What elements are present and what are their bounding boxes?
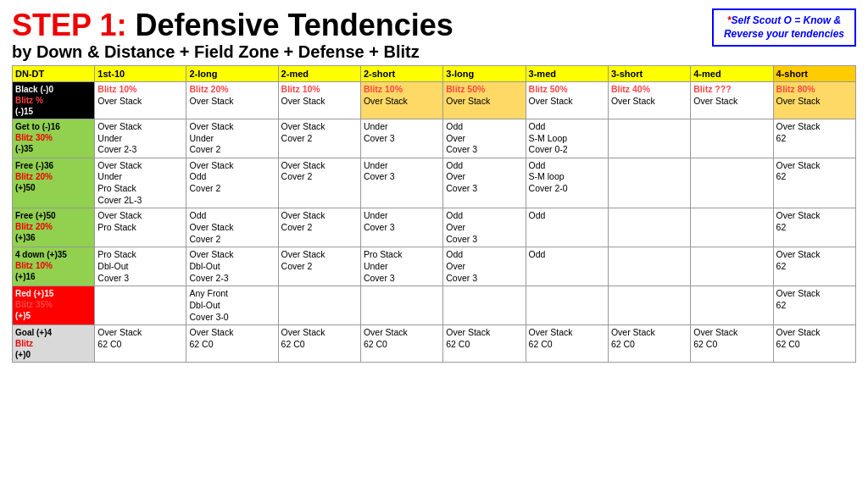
data-cell: Over Stack62 [773, 158, 855, 208]
data-cell: Over Stack62 C0 [95, 325, 186, 363]
table-row: Black (-)0Blitz %(-)15Blitz 10%Over Stac… [13, 81, 856, 119]
data-cell: Over Stack62 C0 [773, 325, 855, 363]
data-cell: Blitz 10%Over Stack [360, 81, 442, 119]
data-cell [691, 208, 773, 247]
data-cell [691, 286, 773, 325]
data-cell: OddOverCover 3 [443, 247, 526, 286]
row-label-cell: 4 down (+)35Blitz 10%(+)16 [13, 247, 95, 286]
data-cell: Over Stack62 [773, 247, 855, 286]
table-row: 4 down (+)35Blitz 10%(+)16Pro StackDbl-O… [13, 247, 856, 286]
data-cell: Blitz 80%Over Stack [773, 81, 855, 119]
data-cell: Blitz 50%Over Stack [526, 81, 608, 119]
col-4short: 4-short [773, 65, 855, 81]
data-cell: Over StackPro Stack [95, 208, 186, 247]
col-3long: 3-long [443, 65, 526, 81]
data-cell: OddOverCover 3 [443, 119, 526, 158]
row-label-cell: Black (-)0Blitz %(-)15 [13, 81, 95, 119]
data-cell: Over StackUnderCover 2-3 [95, 119, 186, 158]
col-3med: 3-med [526, 65, 608, 81]
page: STEP 1: Defensive Tendencies by Down & D… [0, 0, 868, 488]
data-cell: OddS-M LoopCover 0-2 [526, 119, 608, 158]
data-cell: UnderCover 3 [360, 158, 442, 208]
data-cell: Over Stack62 C0 [186, 325, 278, 363]
data-cell: Over StackUnderCover 2 [186, 119, 278, 158]
data-cell [360, 286, 442, 325]
table-row: Free (-)36Blitz 20%(+)50Over StackUnderP… [13, 158, 856, 208]
row-label-cell: Goal (+)4Blitz(+)0 [13, 325, 95, 363]
row-label-cell: Free (+)50Blitz 20%(+)36 [13, 208, 95, 247]
header-row: DN-DT 1st-10 2-long 2-med 2-short 3-long… [13, 65, 856, 81]
data-cell [608, 208, 690, 247]
col-4med: 4-med [691, 65, 773, 81]
col-1st10: 1st-10 [95, 65, 186, 81]
data-cell [443, 286, 526, 325]
col-dn-dt: DN-DT [13, 65, 95, 81]
row-label-cell: Free (-)36Blitz 20%(+)50 [13, 158, 95, 208]
table-row: Free (+)50Blitz 20%(+)36Over StackPro St… [13, 208, 856, 247]
table-row: Goal (+)4Blitz(+)0Over Stack62 C0Over St… [13, 325, 856, 363]
col-2med: 2-med [278, 65, 360, 81]
data-cell: Over Stack62 [773, 208, 855, 247]
title-block: STEP 1: Defensive Tendencies by Down & D… [12, 8, 453, 62]
data-cell: OddOver StackCover 2 [186, 208, 278, 247]
data-cell: Over StackCover 2 [278, 208, 360, 247]
table-row: Red (+)15Blitz 35%(+)5Any FrontDbl-OutCo… [13, 286, 856, 325]
data-cell: Blitz ???Over Stack [691, 81, 773, 119]
data-cell [691, 119, 773, 158]
data-cell: Over StackOddCover 2 [186, 158, 278, 208]
data-cell: OddS-M loopCover 2-0 [526, 158, 608, 208]
data-cell: Over Stack62 C0 [691, 325, 773, 363]
data-cell: Odd [526, 208, 608, 247]
title-rest: Defensive Tendencies [135, 8, 453, 42]
data-cell: Over StackDbl-OutCover 2-3 [186, 247, 278, 286]
data-cell: Over Stack62 C0 [608, 325, 690, 363]
data-cell: OddOverCover 3 [443, 158, 526, 208]
title-line2: by Down & Distance + Field Zone + Defens… [12, 42, 453, 62]
data-cell: OddOverCover 3 [443, 208, 526, 247]
row-label-cell: Get to (-)16Blitz 30%(-)35 [13, 119, 95, 158]
data-cell [691, 247, 773, 286]
data-cell [691, 158, 773, 208]
col-2long: 2-long [186, 65, 278, 81]
data-cell [95, 286, 186, 325]
row-label-cell: Red (+)15Blitz 35%(+)5 [13, 286, 95, 325]
data-cell [608, 119, 690, 158]
data-cell: Over StackCover 2 [278, 158, 360, 208]
data-cell: Over Stack62 C0 [360, 325, 442, 363]
title-step: STEP 1: [12, 8, 135, 42]
data-cell: Over Stack62 C0 [443, 325, 526, 363]
data-cell: Over StackCover 2 [278, 247, 360, 286]
data-cell: Over StackCover 2 [278, 119, 360, 158]
data-cell: Over StackUnderPro StackCover 2L-3 [95, 158, 186, 208]
data-cell: Over Stack62 C0 [278, 325, 360, 363]
data-cell: Over Stack62 [773, 119, 855, 158]
data-cell: UnderCover 3 [360, 119, 442, 158]
data-cell: Pro StackDbl-OutCover 3 [95, 247, 186, 286]
data-cell: Blitz 40%Over Stack [608, 81, 690, 119]
data-cell: Pro StackUnderCover 3 [360, 247, 442, 286]
data-cell: Blitz 10%Over Stack [95, 81, 186, 119]
data-cell [608, 158, 690, 208]
tendencies-table: DN-DT 1st-10 2-long 2-med 2-short 3-long… [12, 65, 856, 363]
scout-box: *Self Scout O = Know & Reverse your tend… [712, 8, 856, 47]
data-cell [526, 286, 608, 325]
data-cell: Blitz 50%Over Stack [443, 81, 526, 119]
col-3short: 3-short [608, 65, 690, 81]
data-cell: Odd [526, 247, 608, 286]
data-cell: UnderCover 3 [360, 208, 442, 247]
data-cell: Over Stack62 C0 [526, 325, 608, 363]
col-2short: 2-short [360, 65, 442, 81]
data-cell: Blitz 20%Over Stack [186, 81, 278, 119]
title-line1: STEP 1: Defensive Tendencies [12, 8, 453, 42]
header-area: STEP 1: Defensive Tendencies by Down & D… [12, 8, 856, 62]
data-cell: Blitz 10%Over Stack [278, 81, 360, 119]
data-cell: Over Stack62 [773, 286, 855, 325]
data-cell: Any FrontDbl-OutCover 3-0 [186, 286, 278, 325]
data-cell [608, 247, 690, 286]
data-cell [608, 286, 690, 325]
table-row: Get to (-)16Blitz 30%(-)35Over StackUnde… [13, 119, 856, 158]
scout-text: Self Scout O = Know & Reverse your tende… [724, 14, 844, 40]
data-cell [278, 286, 360, 325]
